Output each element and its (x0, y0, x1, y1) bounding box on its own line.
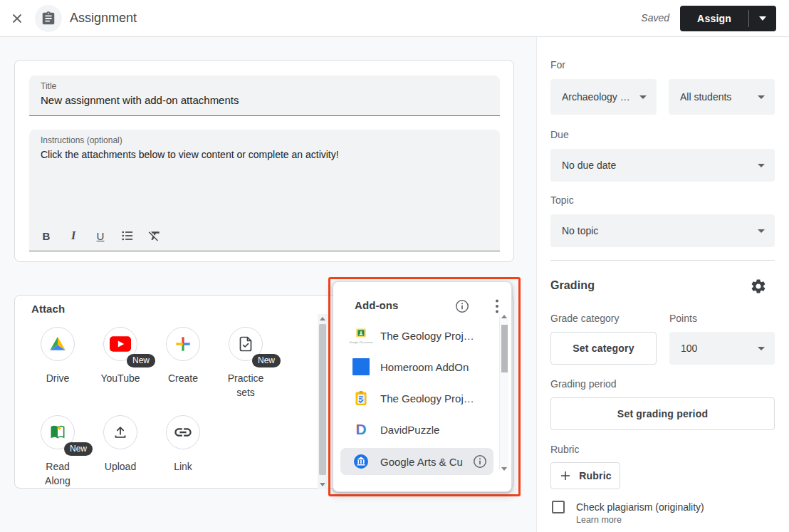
title-label: Title (41, 81, 56, 91)
scrollbar-thumb[interactable] (319, 324, 326, 475)
homeroom-addon-icon (352, 358, 370, 375)
gear-icon[interactable] (750, 278, 767, 295)
chevron-down-icon (758, 347, 765, 350)
bold-icon[interactable]: B (38, 226, 55, 245)
addons-heading: Add-ons (355, 299, 399, 311)
attach-upload-button[interactable]: Upload (89, 415, 152, 474)
classroom-addon-icon: Google Classroom (352, 328, 370, 344)
attach-item-label: Drive (33, 371, 83, 385)
due-date-dropdown[interactable]: No due date (550, 149, 775, 182)
scroll-down-icon[interactable] (501, 467, 507, 471)
assignment-editor: Assignment Saved Assign Title New assign… (0, 0, 789, 532)
italic-icon[interactable]: I (65, 226, 82, 245)
points-value: 100 (681, 343, 753, 354)
info-icon[interactable] (454, 298, 470, 314)
instructions-label: Instructions (optional) (41, 135, 122, 145)
addon-item-label: Homeroom AddOn (380, 361, 494, 373)
attach-item-label: Upload (95, 459, 145, 474)
grade-category-label: Grade category (550, 313, 620, 324)
scroll-up-icon[interactable] (501, 315, 507, 318)
plagiarism-label: Check plagiarism (originality) (576, 501, 704, 513)
plus-icon (559, 469, 572, 482)
addon-icon-caption: Google Classroom (349, 340, 372, 344)
create-icon (166, 327, 200, 361)
attach-item-label: Read Along (33, 459, 83, 488)
scroll-up-icon[interactable] (320, 317, 325, 320)
learn-more-link[interactable]: Learn more (576, 515, 622, 525)
attach-create-button[interactable]: Create (152, 327, 214, 385)
for-label: For (550, 59, 565, 71)
addon-item-hovered[interactable]: Google Arts & Cu (340, 448, 493, 475)
class-dropdown[interactable]: Archaeology … (550, 79, 657, 115)
points-label: Points (669, 313, 697, 324)
attach-youtube-button[interactable]: New YouTube (89, 327, 152, 385)
upload-icon (103, 415, 137, 449)
underline-icon[interactable]: U (92, 226, 109, 245)
addons-popup: Add-ons Google Classroom The Geology Pro… (333, 281, 512, 492)
addon-item[interactable]: The Geology Proj… (340, 382, 494, 414)
addons-scrollbar[interactable] (499, 316, 508, 469)
grading-heading: Grading (550, 279, 595, 292)
scrollbar-thumb[interactable] (501, 325, 508, 372)
attach-scrollbar[interactable] (318, 314, 328, 489)
divider (550, 260, 775, 261)
drive-icon (41, 327, 75, 361)
top-bar: Assignment Saved Assign (0, 0, 789, 37)
title-input[interactable]: Title New assignment with add-on attachm… (29, 75, 500, 116)
new-badge: New (64, 442, 93, 456)
settings-sidebar: For Archaeology … All students Due No du… (536, 37, 789, 532)
addon-item[interactable]: Homeroom AddOn (340, 351, 494, 382)
instructions-value: Click the attachments below to view cont… (41, 149, 339, 160)
topic-dropdown[interactable]: No topic (550, 214, 775, 247)
addon-item-label: DavidPuzzle (380, 424, 494, 436)
instructions-input[interactable]: Instructions (optional) Click the attach… (29, 130, 500, 251)
topic-label: Topic (550, 194, 574, 206)
due-label: Due (550, 129, 569, 140)
bulleted-list-icon[interactable] (119, 226, 136, 245)
students-dropdown[interactable]: All students (669, 79, 775, 115)
addon-item-label: The Geology Proj… (380, 392, 494, 405)
formatting-toolbar: B I U (38, 224, 163, 248)
clear-formatting-icon[interactable] (146, 226, 163, 245)
students-dropdown-value: All students (680, 91, 753, 103)
close-icon[interactable] (9, 11, 25, 26)
grading-period-label: Grading period (550, 378, 617, 390)
add-rubric-button[interactable]: Rubric (550, 462, 620, 489)
plagiarism-checkbox[interactable] (552, 501, 565, 513)
clipboard-addon-icon (352, 390, 370, 407)
topic-value: No topic (562, 225, 753, 236)
svg-text:D: D (355, 421, 366, 437)
points-dropdown[interactable]: 100 (669, 332, 775, 365)
addon-item[interactable]: Google Classroom The Geology Proj… (340, 320, 494, 351)
due-date-value: No due date (562, 160, 753, 171)
chevron-down-icon (639, 95, 647, 99)
class-dropdown-value: Archaeology … (562, 91, 635, 103)
info-icon[interactable] (472, 454, 488, 469)
title-value: New assignment with add-on attachments (41, 94, 239, 106)
rubric-label: Rubric (550, 444, 579, 455)
attach-practice-sets-button[interactable]: New Practice sets (214, 327, 277, 400)
addon-item[interactable]: D DavidPuzzle (340, 414, 494, 445)
assignment-details-card: Title New assignment with add-on attachm… (14, 60, 514, 262)
set-category-button[interactable]: Set category (550, 332, 657, 365)
scroll-down-icon[interactable] (320, 483, 325, 486)
attach-link-button[interactable]: Link (152, 415, 214, 474)
addon-item-label: Google Arts & Cu (380, 456, 472, 468)
attach-read-along-button[interactable]: New Read Along (26, 415, 89, 488)
davidpuzzle-addon-icon: D (352, 421, 370, 438)
assign-dropdown-button[interactable] (749, 6, 776, 31)
link-icon (166, 415, 200, 449)
attach-item-label: Practice sets (221, 371, 271, 400)
attach-item-label: Create (158, 371, 208, 385)
chevron-down-icon (758, 164, 765, 167)
page-title: Assignment (70, 11, 137, 26)
attach-drive-button[interactable]: Drive (26, 327, 89, 385)
more-options-icon[interactable] (493, 298, 501, 314)
assign-button[interactable]: Assign (680, 6, 748, 31)
set-grading-period-button[interactable]: Set grading period (550, 397, 775, 430)
saved-status: Saved (641, 12, 669, 24)
addon-item-label: The Geology Proj… (380, 330, 494, 342)
new-badge: New (127, 354, 155, 367)
attach-item-label: Link (158, 459, 208, 474)
chevron-down-icon (758, 95, 765, 99)
